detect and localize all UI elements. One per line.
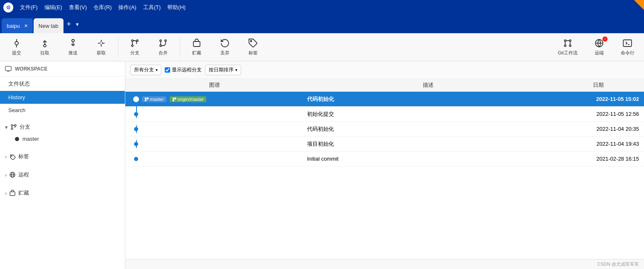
tab-newtab[interactable]: New tab (34, 18, 63, 33)
sidebar-tags-header[interactable]: › 标签 (5, 150, 120, 163)
menu-help[interactable]: 帮助(H) (166, 3, 187, 12)
menu-edit[interactable]: 编辑(E) (43, 3, 64, 12)
toolbar-gitflow[interactable]: Git工作流 (551, 35, 584, 60)
branch-tag-icon (144, 97, 149, 101)
sort-select[interactable]: 按日期排序 ▾ (205, 65, 241, 75)
sidebar-branch-master[interactable]: master (5, 133, 120, 144)
toolbar-tag-label: 标签 (249, 50, 258, 56)
separator-2 (180, 37, 180, 57)
header-desc: 描述 (304, 81, 553, 89)
commit-row-3[interactable]: 项目初始化 2022-11-04 19:43 (125, 137, 644, 152)
show-remote-label: 显示远程分支 (172, 66, 202, 73)
menu-tools[interactable]: 工具(T) (141, 3, 163, 12)
sort-label: 按日期排序 (209, 66, 234, 73)
commit-desc-3: 项目初始化 (304, 140, 553, 148)
branch-section-label: 分支 (20, 123, 30, 131)
menu-action[interactable]: 操作(A) (117, 3, 138, 12)
remote-badge: ! (603, 37, 607, 42)
sidebar-item-filestatus[interactable]: 文件状态 (0, 77, 125, 91)
svg-point-5 (100, 42, 102, 44)
toolbar-fetch-label: 获取 (97, 50, 106, 56)
commit-date-3: 2022-11-04 19:43 (553, 141, 644, 147)
tag-origin-master: origin/master (170, 96, 207, 102)
tag-icon (248, 38, 258, 48)
tab-bar: baipu ✕ New tab + ▾ (0, 15, 644, 33)
svg-point-3 (44, 44, 46, 47)
svg-point-26 (11, 156, 12, 157)
pull-icon (40, 38, 50, 48)
svg-point-16 (564, 45, 566, 46)
content: 所有分支 ▾ 显示远程分支 按日期排序 ▾ 图谱 描述 日期 (125, 61, 644, 269)
footer-text: CSDN @尤成军军军 (598, 262, 639, 267)
toolbar-branch[interactable]: 分支 (122, 35, 148, 60)
commit-row-1[interactable]: 初始化提交 2022-11-05 12:56 (125, 107, 644, 122)
content-toolbar: 所有分支 ▾ 显示远程分支 按日期排序 ▾ (125, 61, 644, 79)
menu-bar: 文件(F) 编辑(E) 查看(V) 仓库(R) 操作(A) 工具(T) 帮助(H… (18, 3, 187, 12)
show-remote-checkbox-label[interactable]: 显示远程分支 (165, 66, 202, 73)
svg-point-23 (11, 125, 13, 126)
chevron-down-icon: ▾ (5, 124, 8, 130)
sidebar-remote-header[interactable]: › 远程 (5, 169, 120, 181)
commit-row-4[interactable]: Initial commit 2021-02-28 16:15 (125, 152, 644, 166)
commit-desc-0: 代码初始化 (304, 95, 553, 103)
sidebar-section-branch: ▾ 分支 master (0, 117, 125, 146)
header-graph: 图谱 (125, 81, 304, 89)
toolbar-discard[interactable]: 丢弃 (212, 35, 238, 60)
sidebar-item-search[interactable]: Search (0, 104, 125, 117)
tab-dropdown-button[interactable]: ▾ (74, 20, 80, 28)
svg-rect-21 (5, 66, 11, 71)
toolbar-push[interactable]: 推送 (60, 35, 86, 60)
toolbar-commit[interactable]: 提交 (3, 35, 30, 60)
tags-section-label: 标签 (18, 153, 29, 160)
app-logo: ⊙ (3, 2, 13, 12)
toolbar-push-label: 推送 (68, 50, 78, 56)
remote-section-label: 远程 (18, 171, 29, 179)
commit-desc-1: 初始化提交 (304, 110, 553, 118)
toolbar-fetch[interactable]: 获取 (88, 35, 115, 60)
toolbar-pull-label: 拉取 (40, 50, 49, 56)
discard-icon (220, 38, 230, 48)
toolbar-merge[interactable]: 合并 (150, 35, 176, 60)
sidebar: WORKSPACE 文件状态 History Search ▾ 分支 maste… (0, 61, 125, 269)
origin-tag-icon (172, 97, 176, 101)
svg-point-9 (160, 40, 161, 42)
sidebar-item-history[interactable]: History (0, 91, 125, 104)
tab-baipu[interactable]: baipu ✕ (2, 18, 33, 33)
tab-newtab-label: New tab (39, 23, 59, 29)
push-icon (68, 38, 78, 48)
tab-baipu-close[interactable]: ✕ (24, 23, 28, 29)
menu-view[interactable]: 查看(V) (67, 3, 88, 12)
commit-graph-2 (125, 125, 304, 133)
branch-filter-select[interactable]: 所有分支 ▾ (130, 65, 161, 75)
toolbar-pull[interactable]: 拉取 (32, 35, 58, 60)
sidebar-section-stash: › 贮藏 (0, 183, 125, 201)
stash-section-icon (9, 190, 16, 196)
svg-point-31 (145, 98, 146, 99)
sidebar-workspace: WORKSPACE (0, 61, 125, 77)
commit-row-2[interactable]: 代码初始化 2022-11-04 20:35 (125, 122, 644, 137)
sidebar-branch-header[interactable]: ▾ 分支 (5, 121, 120, 133)
commit-date-1: 2022-11-05 12:56 (553, 111, 644, 117)
commit-row-0[interactable]: master origin/master 代码初始化 2022-11-05 15… (125, 92, 644, 107)
toolbar-stash[interactable]: 贮藏 (183, 35, 210, 60)
show-remote-checkbox[interactable] (165, 67, 170, 73)
svg-point-17 (569, 45, 571, 46)
branch-icon (130, 38, 140, 48)
commit-date-2: 2022-11-04 20:35 (553, 126, 644, 132)
svg-point-34 (173, 98, 174, 99)
main-layout: WORKSPACE 文件状态 History Search ▾ 分支 maste… (0, 61, 644, 269)
svg-point-0 (15, 42, 18, 45)
toolbar-remote[interactable]: ! 远端 (586, 35, 612, 60)
stash-icon (192, 38, 202, 48)
branch-filter-chevron: ▾ (156, 68, 158, 72)
menu-file[interactable]: 文件(F) (18, 3, 39, 12)
branch-section-icon (10, 124, 17, 130)
toolbar-merge-label: 合并 (159, 50, 168, 56)
svg-point-6 (132, 40, 133, 42)
sidebar-stash-header[interactable]: › 贮藏 (5, 187, 120, 199)
toolbar-terminal[interactable]: 命令行 (614, 35, 641, 60)
toolbar-tag[interactable]: 标签 (240, 35, 266, 60)
fetch-icon (96, 38, 106, 48)
menu-repo[interactable]: 仓库(R) (92, 3, 113, 12)
tab-add-button[interactable]: + (63, 18, 75, 30)
